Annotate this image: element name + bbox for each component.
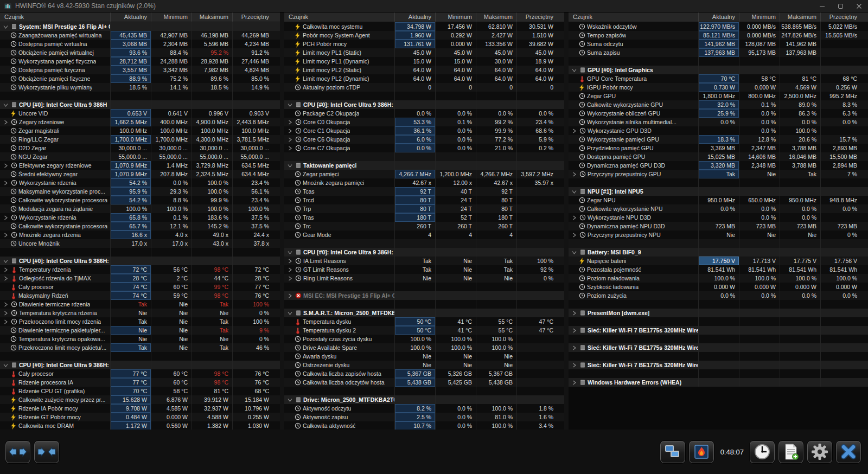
table-row[interactable]: Sieć: Killer Wi-Fi 7 BE1775s 320MHz Wire… xyxy=(569,326,868,335)
expand-toggle[interactable] xyxy=(571,127,577,134)
table-row[interactable]: Suma odczytu141,962 MB128,087 MB141,962 … xyxy=(569,40,868,48)
table-row[interactable]: Ostrzeżenie dyskuNieNieNie xyxy=(284,361,564,369)
table-row[interactable]: Rdzenie IA Pobór mocy9.708 W4.585 W32.93… xyxy=(0,404,280,413)
column-header-value[interactable]: Aktualny xyxy=(698,12,739,22)
table-row[interactable]: CPU [#0]: Intel Core Ultra 9 386H: DTS xyxy=(0,257,280,265)
table-row[interactable]: Taktowanie pamięci xyxy=(284,161,564,170)
table-row[interactable]: Wykorzystanie pamięci GPU18.3 %12.8 %20.… xyxy=(569,135,868,144)
table-row[interactable]: Wskaźnik odczytów122.970 MB/s0.000 MB/s5… xyxy=(569,22,868,31)
expand-toggle[interactable] xyxy=(2,301,9,308)
expand-toggle[interactable] xyxy=(2,162,9,169)
table-row[interactable]: D2D Zegar30,000.0 ...30,000.0 ...30,000.… xyxy=(0,144,280,152)
table-row[interactable]: CPU [#0]: Intel Core Ultra 9 386H: C-Sta… xyxy=(284,100,564,109)
table-row[interactable]: Przekroczono limit mocy pakietu/...TakNi… xyxy=(0,343,280,352)
table-row[interactable]: Całkowita moc systemu34.798 W17.456 W62.… xyxy=(284,22,564,31)
table-row[interactable]: Zegary rdzeniowe1,662.5 MHz400.0 MHz4,90… xyxy=(0,118,280,126)
table-row[interactable]: Sieć: Killer Wi-Fi 7 BE1775s 320MHz Wire… xyxy=(569,361,868,369)
table-row[interactable]: Dławienie termiczne rdzeniaTakNieTak100 … xyxy=(0,300,280,309)
collapse-toggle[interactable] xyxy=(571,67,577,73)
expand-toggle[interactable] xyxy=(286,275,293,281)
table-row[interactable]: Temperatura dysku50 °C41 °C55 °C47 °C xyxy=(284,317,564,326)
collapse-toggle[interactable] xyxy=(286,162,293,169)
expand-toggle[interactable] xyxy=(286,292,293,299)
expand-toggle[interactable] xyxy=(286,136,293,143)
table-row[interactable]: Wykorzystanie NPU D3D0.0 %0.0 % xyxy=(569,213,868,222)
table-row[interactable]: Przekroczono limit mocy rdzeniaTakNieTak… xyxy=(0,317,280,326)
close-app-button[interactable] xyxy=(835,440,861,464)
expand-toggle[interactable] xyxy=(571,327,577,334)
table-row[interactable]: Całkowite wykorzystanie procesora65.7 %1… xyxy=(0,222,280,230)
table-row[interactable]: Tcas92 T40 T92 T xyxy=(284,187,564,196)
expand-toggle[interactable] xyxy=(2,275,9,281)
table-row[interactable]: Sieć: Killer Wi-Fi 7 BE1775s 320MHz Wire… xyxy=(569,343,868,352)
maximize-button[interactable] xyxy=(831,0,850,12)
expand-toggle[interactable] xyxy=(2,232,9,238)
table-row[interactable]: Trcd80 T24 T80 T xyxy=(284,196,564,204)
cpu-stress-button[interactable] xyxy=(688,440,714,464)
column-header-value[interactable]: Aktualny xyxy=(394,12,435,22)
table-row[interactable]: Obciążenie pamięci wirtualnej93.6 %88.4 … xyxy=(0,48,280,57)
table-row[interactable]: Pobór mocy System Agent1.960 W0.292 W2.4… xyxy=(284,31,564,40)
collapse-toggle[interactable] xyxy=(571,188,577,195)
close-window-button[interactable] xyxy=(850,0,868,12)
table-row[interactable]: Modulacja zegara na żądanie100.0 %100.0 … xyxy=(0,204,280,213)
table-row[interactable]: Dostępna pamięć fizyczna3,557 MB3,342 MB… xyxy=(0,66,280,74)
collapse-toggle[interactable] xyxy=(286,310,293,316)
expand-toggle[interactable] xyxy=(286,258,293,264)
table-row[interactable]: Cały procesor74 °C60 °C99 °C77 °C xyxy=(0,283,280,291)
expand-toggle[interactable] xyxy=(571,362,577,368)
column-header-value[interactable]: Maksimum xyxy=(780,12,820,22)
table-row[interactable]: Trc260 T260 T260 T xyxy=(284,222,564,230)
table-row[interactable]: Średni efektywny zegar1,070.9 MHz207.8 M… xyxy=(0,170,280,178)
column-header-sensor[interactable]: Czujnik xyxy=(0,12,110,22)
table-row[interactable]: Maksymalny Rdzeń74 °C59 °C98 °C76 °C xyxy=(0,291,280,300)
table-row[interactable]: Cały procesor77 °C60 °C98 °C76 °C xyxy=(0,369,280,378)
table-row[interactable]: Gear Mode444 xyxy=(284,230,564,239)
table-row[interactable]: Aktywność odczytu8.2 %0.0 %100.0 %1.8 % xyxy=(284,404,564,413)
table-row[interactable]: S.M.A.R.T.: Micron_2500_MTFDKBA2T0QGN (2… xyxy=(284,309,564,317)
clock-button[interactable] xyxy=(749,440,775,464)
table-row[interactable]: Przydzielono pamięć GPU3,369 MB2,347 MB3… xyxy=(569,144,868,152)
table-row[interactable]: Napięcie baterii17.750 V17.713 V17.775 V… xyxy=(569,257,868,265)
expand-toggle[interactable] xyxy=(2,180,9,186)
table-row[interactable]: Core C1 Okupacja36.1 %0.0 %99.9 %68.6 % xyxy=(284,126,564,135)
table-row[interactable]: Zegar magistrali100.0 MHz100.0 MHz100.0 … xyxy=(0,126,280,135)
column-header-value[interactable]: Przeciętny xyxy=(516,12,557,22)
collapse-toggle[interactable] xyxy=(286,396,293,403)
expand-toggle[interactable] xyxy=(286,266,293,273)
column-header-sensor[interactable]: Czujnik xyxy=(569,12,698,22)
table-row[interactable]: Temperatury rdzenia72 °C56 °C98 °C72 °C xyxy=(0,265,280,274)
expand-toggle[interactable] xyxy=(286,127,293,134)
table-row[interactable]: Battery: MSI BIF0_9 xyxy=(569,248,868,257)
table-row[interactable]: Mnożnik zegara pamięci42.67 x12.00 x42.6… xyxy=(284,178,564,187)
collapse-toggle[interactable] xyxy=(571,249,577,255)
table-row[interactable]: Wykorzystanie obliczeń GPU25.9 %0.0 %86.… xyxy=(569,109,868,118)
settings-button[interactable] xyxy=(807,440,833,464)
table-row[interactable]: Pozostała pojemność81.541 Wh81.541 Wh81.… xyxy=(569,265,868,274)
table-row[interactable]: Zaangażowana pamięć wirtualna45,435 MB42… xyxy=(0,31,280,40)
table-row[interactable]: Wykorzystanie rdzenia54.2 %0.0 %100.0 %2… xyxy=(0,178,280,187)
table-row[interactable]: Trp80 T24 T80 T xyxy=(284,204,564,213)
table-row[interactable]: Dostępna pamięć wirtualna3,068 MB2,304 M… xyxy=(0,40,280,48)
column-header-value[interactable]: Aktualny xyxy=(110,12,151,22)
table-row[interactable]: Limit mocy PL1 (Dynamic)15.0 W15.0 W30.0… xyxy=(284,57,564,66)
column-header-value[interactable]: Maksimum xyxy=(476,12,516,22)
table-row[interactable]: Poziom naładowania100.0 %100.0 %100.0 %1… xyxy=(569,274,868,283)
column-header-value[interactable]: Maksimum xyxy=(192,12,232,22)
collapse-toggle[interactable] xyxy=(286,249,293,255)
table-row[interactable]: Mnożniki zegara rdzenia16.6 x4.0 x49.0 x… xyxy=(0,230,280,239)
table-row[interactable]: Limit mocy PL1 (Static)45.0 W45.0 W45.0 … xyxy=(284,48,564,57)
table-row[interactable]: MSI EC: MSI Prestige 16 Flip AI+ C3MTG xyxy=(284,291,564,300)
table-row[interactable]: Temperatura dysku 250 °C41 °C55 °C47 °C xyxy=(284,326,564,335)
table-row[interactable]: IA Limit ReasonsTakNieTak100 % xyxy=(284,257,564,265)
table-row[interactable]: Pozostały czas życia dysku100.0 %100.0 %… xyxy=(284,335,564,343)
collapse-columns-button[interactable] xyxy=(34,440,60,464)
table-row[interactable]: Uncore VID0.653 V0.641 V0.996 V0.903 V xyxy=(0,109,280,118)
remote-sensors-button[interactable] xyxy=(660,440,686,464)
table-row[interactable]: Szybkość ładowania0.000 W0.000 W0.000 W0… xyxy=(569,283,868,291)
table-row[interactable]: Uncore Mnożnik17.0 x17.0 x43.0 x37.8 x xyxy=(0,239,280,248)
table-row[interactable]: CPU [#0]: Intel Core Ultra 9 386H: Przyc… xyxy=(284,248,564,257)
expand-toggle[interactable] xyxy=(571,171,577,177)
table-row[interactable]: Core C7 Okupacja0.0 %0.0 %21.0 %0.2 % xyxy=(284,144,564,152)
collapse-toggle[interactable] xyxy=(2,23,9,30)
